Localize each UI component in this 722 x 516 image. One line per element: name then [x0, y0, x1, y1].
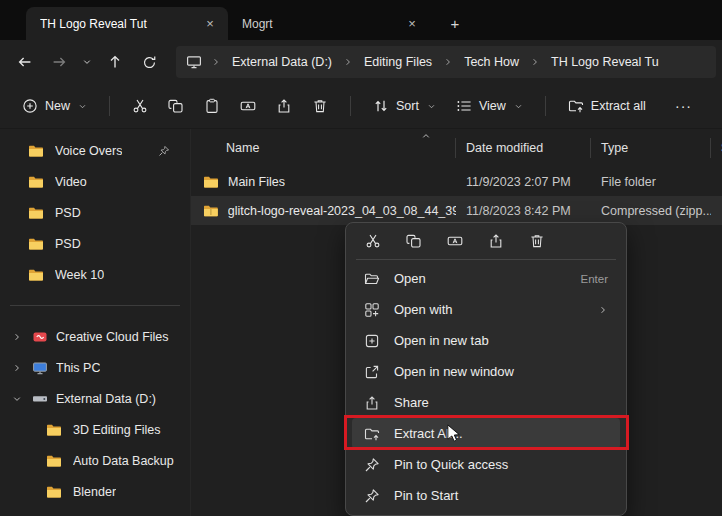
- chevron-down-icon[interactable]: [10, 394, 24, 404]
- menu-item-label: Open with: [394, 302, 585, 317]
- sidebar-item-psd-1[interactable]: PSD: [6, 197, 184, 228]
- share-button[interactable]: [266, 89, 302, 123]
- delete-button[interactable]: [302, 89, 338, 123]
- menu-item-label: Open: [394, 271, 568, 286]
- chevron-down-icon: [82, 57, 92, 67]
- cursor-arrow-icon: [445, 424, 464, 443]
- sidebar-item-this-pc[interactable]: This PC: [6, 352, 184, 383]
- open-with-icon: [364, 302, 381, 318]
- forward-button[interactable]: [42, 47, 76, 77]
- more-options-button[interactable]: ···: [665, 89, 702, 123]
- menu-item-shortcut: Enter: [581, 273, 609, 285]
- rename-button[interactable]: [230, 89, 266, 123]
- sidebar-item-voice-overs[interactable]: Voice Overs: [6, 135, 184, 166]
- menu-item-label: Open in new window: [394, 364, 608, 379]
- chevron-down-icon: [427, 102, 436, 111]
- file-row-glitch-logo-zip[interactable]: glitch-logo-reveal-2023_04_03_08_44_39 1…: [191, 196, 722, 225]
- trash-icon: [312, 98, 328, 114]
- refresh-button[interactable]: [132, 47, 166, 77]
- column-separator[interactable]: [710, 138, 711, 158]
- rename-icon: [447, 233, 463, 249]
- column-header-name[interactable]: Name: [191, 141, 456, 155]
- address-bar[interactable]: External Data (D:) Editing Files Tech Ho…: [176, 46, 716, 78]
- pin-icon: [364, 488, 381, 504]
- folder-icon: [28, 143, 44, 159]
- column-separator[interactable]: [590, 138, 591, 158]
- column-header-date-modified[interactable]: Date modified: [456, 141, 591, 155]
- breadcrumb-editing-files[interactable]: Editing Files: [355, 51, 441, 73]
- new-circle-plus-icon: [22, 98, 38, 114]
- mouse-cursor: [445, 424, 464, 443]
- new-button[interactable]: New: [12, 89, 97, 123]
- chevron-down-icon: [514, 102, 523, 111]
- tab-close-icon[interactable]: ×: [200, 14, 220, 34]
- breadcrumb-th-logo-reveal[interactable]: TH Logo Reveal Tu: [542, 51, 668, 73]
- extract-all-label: Extract all: [591, 99, 646, 113]
- menu-item-share[interactable]: Share: [352, 387, 620, 418]
- sidebar-item-blender[interactable]: Blender: [6, 476, 184, 507]
- tab-close-icon[interactable]: ×: [402, 14, 422, 34]
- tab-th-logo-reveal[interactable]: TH Logo Reveal Tut ×: [26, 7, 228, 40]
- delete-button[interactable]: [518, 227, 556, 255]
- sort-ascending-icon: [421, 131, 431, 141]
- view-button[interactable]: View: [446, 89, 533, 123]
- breadcrumb-tech-how[interactable]: Tech How: [455, 51, 528, 73]
- menu-item-open-with[interactable]: Open with: [352, 294, 620, 325]
- back-button[interactable]: [8, 47, 42, 77]
- share-icon: [488, 233, 504, 249]
- sort-button[interactable]: Sort: [363, 89, 446, 123]
- sidebar-item-label: PSD: [55, 206, 81, 220]
- paste-button[interactable]: [194, 89, 230, 123]
- sidebar-item-external-data-drive[interactable]: External Data (D:): [6, 383, 184, 414]
- share-button[interactable]: [477, 227, 515, 255]
- copy-button[interactable]: [158, 89, 194, 123]
- tab-mogrt[interactable]: Mogrt ×: [228, 7, 430, 40]
- sidebar-item-psd-2[interactable]: PSD: [6, 228, 184, 259]
- menu-item-pin-to-quick-access[interactable]: Pin to Quick access: [352, 449, 620, 480]
- cut-button[interactable]: [122, 89, 158, 123]
- rename-button[interactable]: [436, 227, 474, 255]
- toolbar-divider: [350, 96, 351, 116]
- menu-item-pin-to-start[interactable]: Pin to Start: [352, 480, 620, 511]
- cut-button[interactable]: [354, 227, 392, 255]
- menu-item-open[interactable]: Open Enter: [352, 263, 620, 294]
- recent-locations-button[interactable]: [76, 47, 98, 77]
- file-name: Main Files: [228, 175, 285, 189]
- sidebar-item-3d-editing-files[interactable]: 3D Editing Files: [6, 414, 184, 445]
- column-header-size[interactable]: S: [711, 141, 722, 155]
- sidebar-item-video[interactable]: Video: [6, 166, 184, 197]
- new-tab-button[interactable]: +: [442, 10, 468, 36]
- pin-icon: [364, 457, 381, 473]
- chevron-right-icon[interactable]: [10, 363, 24, 373]
- paste-icon: [204, 98, 220, 114]
- arrow-up-icon: [107, 54, 123, 70]
- column-separator[interactable]: [455, 138, 456, 158]
- creative-cloud-icon: [32, 329, 48, 345]
- extract-all-button[interactable]: Extract all: [558, 89, 656, 123]
- menu-item-open-in-new-window[interactable]: Open in new window: [352, 356, 620, 387]
- sidebar-item-label: Video: [55, 175, 87, 189]
- sidebar-item-label: External Data (D:): [56, 392, 156, 406]
- menu-item-label: Share: [394, 395, 608, 410]
- context-menu-icon-row: [350, 227, 622, 257]
- sidebar-item-week-10[interactable]: Week 10: [6, 259, 184, 290]
- column-label: Type: [601, 141, 628, 155]
- chevron-right-icon[interactable]: [10, 332, 24, 342]
- folder-icon: [46, 422, 62, 438]
- column-header-type[interactable]: Type: [591, 141, 711, 155]
- up-button[interactable]: [98, 47, 132, 77]
- sidebar-item-partial[interactable]: [6, 507, 184, 516]
- menu-item-open-in-new-tab[interactable]: Open in new tab: [352, 325, 620, 356]
- sidebar-item-creative-cloud-files[interactable]: Creative Cloud Files: [6, 321, 184, 352]
- copy-icon: [168, 98, 184, 114]
- rename-icon: [240, 98, 256, 114]
- submenu-chevron-icon: [598, 305, 608, 315]
- folder-open-icon: [364, 271, 381, 287]
- zip-folder-icon: [203, 203, 219, 219]
- copy-button[interactable]: [395, 227, 433, 255]
- new-tab-icon: [364, 333, 381, 349]
- file-row-main-files[interactable]: Main Files 11/9/2023 2:07 PM File folder: [191, 167, 722, 196]
- breadcrumb-external-data[interactable]: External Data (D:): [223, 51, 341, 73]
- sidebar-item-auto-data-backup[interactable]: Auto Data Backup: [6, 445, 184, 476]
- column-label: Date modified: [466, 141, 543, 155]
